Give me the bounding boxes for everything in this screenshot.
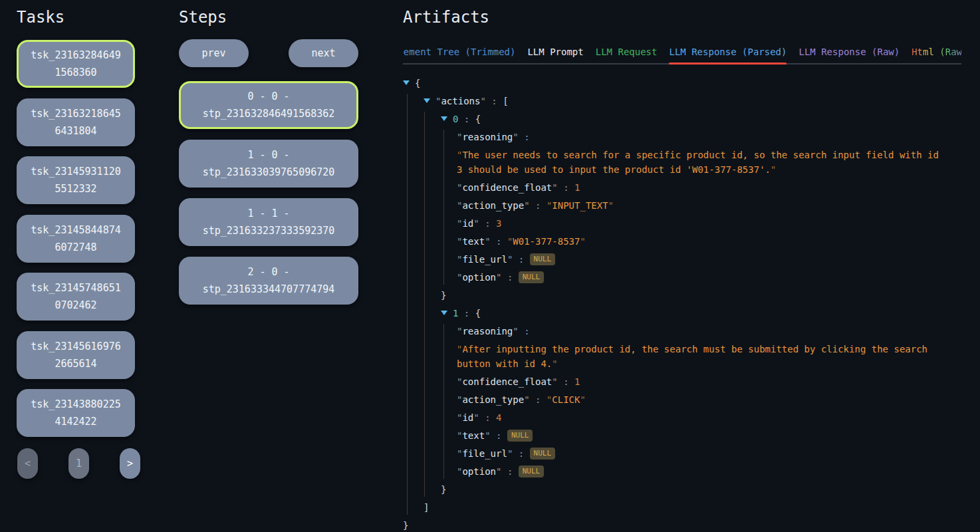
json-colon: : bbox=[558, 182, 574, 193]
step-button[interactable]: 2 - 0 - stp_231633344707774794 bbox=[179, 257, 358, 305]
artifact-tab[interactable]: LLM Response (Parsed) bbox=[669, 45, 787, 59]
step-nav: prev next bbox=[179, 39, 358, 67]
artifact-tab[interactable]: Html (Raw) bbox=[912, 45, 961, 59]
json-row: 0 : { bbox=[425, 112, 961, 126]
task-button[interactable]: tsk_231456169762665614 bbox=[17, 331, 135, 379]
json-row: { bbox=[403, 76, 961, 90]
json-quote: " bbox=[552, 182, 557, 193]
json-string-wrap: "The user needs to search for a specific… bbox=[457, 148, 939, 177]
json-row: "id" : 3 bbox=[444, 216, 961, 231]
json-number-value: 4 bbox=[496, 412, 501, 423]
step-list: 0 - 0 - stp_2316328464915683621 - 0 - st… bbox=[179, 81, 358, 305]
json-quote: " bbox=[771, 164, 776, 175]
json-punct: } bbox=[403, 520, 408, 531]
json-quote: " bbox=[524, 200, 529, 211]
prev-page-button[interactable]: < bbox=[17, 448, 38, 479]
json-key: id bbox=[462, 218, 473, 229]
collapse-toggle-icon[interactable] bbox=[441, 116, 447, 121]
json-key: action_type bbox=[462, 200, 524, 211]
json-colon: : bbox=[519, 132, 530, 142]
json-null-badge: NULL bbox=[519, 466, 545, 477]
tasks-panel: Tasks tsk_231632846491568360tsk_23163218… bbox=[17, 8, 135, 479]
task-button[interactable]: tsk_231632186456431804 bbox=[17, 98, 135, 146]
json-quote: " bbox=[473, 412, 479, 423]
json-quote: " bbox=[524, 394, 529, 405]
step-button[interactable]: 1 - 0 - stp_231633039765096720 bbox=[179, 140, 358, 188]
json-row: "file_url" : NULL bbox=[444, 252, 961, 267]
artifact-tabs: Element Tree (Trimmed)LLM PromptLLM Requ… bbox=[403, 45, 961, 66]
artifact-tab[interactable]: LLM Prompt bbox=[527, 45, 583, 59]
json-number-value: 3 bbox=[496, 218, 501, 229]
artifact-tab[interactable]: LLM Response (Raw) bbox=[798, 45, 900, 59]
steps-title: Steps bbox=[179, 8, 358, 27]
json-key: reasoning bbox=[462, 132, 513, 142]
json-tree: {"actions" : [0 : {"reasoning" : "The us… bbox=[403, 76, 961, 532]
json-number-value: 1 bbox=[574, 376, 580, 387]
artifact-tab[interactable]: LLM Request bbox=[596, 45, 658, 59]
json-quote: " bbox=[552, 358, 557, 369]
json-number-value: 1 bbox=[574, 182, 580, 193]
json-null-badge: NULL bbox=[530, 448, 556, 460]
json-string-value: The user needs to search for a specific … bbox=[457, 150, 939, 175]
json-null-badge: NULL bbox=[519, 271, 545, 283]
json-colon: : bbox=[491, 430, 507, 441]
json-key: reasoning bbox=[462, 326, 513, 336]
json-punct: { bbox=[475, 114, 481, 124]
json-row: ] bbox=[408, 500, 961, 515]
json-quote: " bbox=[547, 200, 552, 211]
json-colon: : bbox=[486, 96, 503, 106]
json-colon: : bbox=[479, 218, 496, 229]
json-row: } bbox=[425, 288, 961, 303]
step-button[interactable]: 1 - 1 - stp_231633237333592370 bbox=[179, 198, 358, 246]
json-row: "After inputting the product id, the sea… bbox=[444, 342, 961, 371]
json-punct: } bbox=[441, 290, 446, 301]
artifacts-panel: Artifacts Element Tree (Trimmed)LLM Prom… bbox=[403, 8, 961, 532]
json-quote: " bbox=[457, 344, 462, 354]
json-quote: " bbox=[580, 394, 585, 405]
json-colon: : bbox=[513, 448, 529, 459]
json-string-value: W01-377-8537 bbox=[513, 236, 580, 247]
json-null-badge: NULL bbox=[507, 430, 533, 442]
json-quote: " bbox=[485, 236, 490, 247]
json-row: "action_type" : "INPUT_TEXT" bbox=[444, 198, 961, 213]
json-punct: } bbox=[441, 484, 446, 495]
step-button[interactable]: 0 - 0 - stp_231632846491568362 bbox=[179, 81, 358, 129]
collapse-toggle-icon[interactable] bbox=[441, 311, 447, 315]
prev-step-button[interactable]: prev bbox=[179, 39, 249, 67]
json-colon: : bbox=[458, 114, 475, 124]
json-string-value: After inputting the product id, the sear… bbox=[457, 344, 927, 369]
json-quote: " bbox=[580, 236, 585, 247]
artifact-tab[interactable]: Element Tree (Trimmed) bbox=[403, 45, 515, 59]
collapse-toggle-icon[interactable] bbox=[403, 80, 410, 85]
task-button[interactable]: tsk_231632846491568360 bbox=[17, 40, 135, 88]
json-row: } bbox=[403, 518, 961, 532]
task-button[interactable]: tsk_231458448746072748 bbox=[17, 215, 135, 263]
task-button[interactable]: tsk_231438802254142422 bbox=[17, 389, 135, 437]
json-punct: [ bbox=[503, 96, 508, 106]
json-colon: : bbox=[530, 394, 547, 405]
json-row: "confidence_float" : 1 bbox=[444, 374, 961, 389]
task-pagination: < 1 > bbox=[17, 448, 140, 479]
json-row: "file_url" : NULL bbox=[444, 446, 961, 461]
json-string-value: CLICK bbox=[552, 394, 580, 405]
next-step-button[interactable]: next bbox=[289, 39, 358, 67]
task-button[interactable]: tsk_231459311205512332 bbox=[17, 156, 135, 204]
task-list: tsk_231632846491568360tsk_23163218645643… bbox=[17, 40, 135, 437]
json-quote: " bbox=[513, 326, 518, 336]
collapse-toggle-icon[interactable] bbox=[424, 98, 430, 103]
json-colon: : bbox=[479, 412, 496, 423]
json-string-wrap: "After inputting the product id, the sea… bbox=[457, 342, 939, 371]
json-row: "confidence_float" : 1 bbox=[444, 180, 961, 195]
json-colon: : bbox=[491, 236, 507, 247]
json-children: "reasoning" : "After inputting the produ… bbox=[443, 324, 961, 479]
json-row: } bbox=[425, 482, 961, 497]
json-punct: { bbox=[475, 308, 481, 319]
json-row: "reasoning" : bbox=[444, 324, 961, 338]
next-page-button[interactable]: > bbox=[120, 448, 140, 479]
json-colon: : bbox=[513, 254, 529, 265]
page-number-button[interactable]: 1 bbox=[68, 448, 89, 479]
json-colon: : bbox=[458, 308, 475, 319]
json-key: confidence_float bbox=[462, 182, 552, 193]
json-colon: : bbox=[558, 376, 574, 387]
task-button[interactable]: tsk_231457486510702462 bbox=[17, 273, 135, 321]
